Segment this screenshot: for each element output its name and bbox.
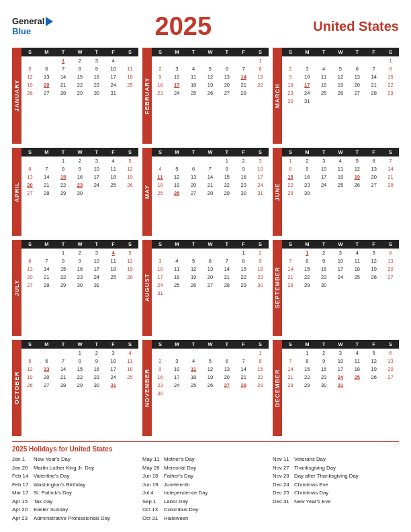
day-cell: 19 — [185, 273, 202, 281]
month-label-december: DECEMBER — [273, 340, 282, 436]
holiday-date: May 11 — [142, 455, 161, 463]
day-cell: 7 — [235, 357, 252, 365]
day-cell — [349, 281, 365, 289]
day-cell: 14 — [218, 265, 235, 273]
day-cell — [122, 381, 138, 389]
month-block-february: FEBRUARYSMTWTFS1234567891011121314151617… — [142, 48, 269, 144]
day-cell: 16 — [316, 365, 332, 373]
day-cell: 26 — [185, 281, 202, 289]
day-cell: 19 — [122, 173, 138, 181]
month-label-november: NOVEMBER — [142, 340, 152, 436]
day-cell — [21, 349, 38, 357]
day-cell: 12 — [169, 173, 185, 181]
day-cell: 7 — [55, 64, 72, 73]
day-cell: 9 — [72, 257, 89, 265]
day-cell: 18 — [122, 365, 138, 373]
day-cell — [169, 249, 185, 257]
day-cell: 17 — [169, 373, 185, 381]
day-cell: 25 — [349, 373, 365, 381]
day-cell: 20 — [38, 373, 55, 381]
day-cell: 6 — [185, 165, 202, 173]
day-cell — [122, 89, 138, 97]
day-cell: 23 — [316, 273, 332, 281]
day-cell: 30 — [72, 189, 89, 197]
day-cell — [152, 56, 169, 64]
holiday-name: Administrative Professionals Day — [34, 515, 110, 523]
day-header-s: S — [252, 48, 269, 56]
day-cell: 25 — [105, 273, 122, 281]
day-header-f: F — [235, 48, 252, 56]
day-cell: 12 — [332, 73, 349, 81]
day-cell: 26 — [365, 273, 382, 281]
day-cell: 4 — [105, 249, 122, 257]
day-cell: 25 — [169, 281, 185, 289]
holidays-section: 2025 Holidays for United States Jan 1New… — [12, 441, 399, 523]
day-cell: 17 — [169, 81, 185, 89]
day-header-w: W — [332, 148, 349, 157]
day-header-s: S — [282, 148, 299, 157]
day-cell: 5 — [169, 165, 185, 173]
day-cell: 4 — [349, 249, 365, 257]
month-block-july: JULYSMTWTFS12345678910111213141516171819… — [12, 240, 138, 336]
holiday-item: Feb 14Valentine's Day — [12, 472, 138, 480]
holiday-date: Nov 11 — [273, 455, 291, 463]
day-cell: 25 — [122, 373, 138, 381]
month-block-december: DECEMBERSMTWTFS1234567891011121314151617… — [273, 340, 399, 436]
day-header-s: S — [282, 240, 299, 249]
day-cell: 25 — [349, 273, 365, 281]
day-cell — [235, 349, 252, 357]
day-cell — [316, 189, 332, 197]
day-cell: 5 — [365, 349, 382, 357]
day-header-t: T — [55, 148, 72, 157]
day-cell — [21, 56, 38, 64]
holiday-name: Easter Sunday — [34, 506, 68, 514]
month-block-august: AUGUSTSMTWTFS123456789101112131415161718… — [142, 240, 269, 336]
day-cell: 3 — [88, 56, 105, 64]
holiday-item: Jan 1New Year's Day — [12, 455, 138, 463]
holiday-name: Tax Day — [34, 498, 52, 506]
day-cell: 7 — [55, 357, 72, 365]
day-cell: 29 — [55, 189, 72, 197]
holiday-name: Labor Day — [164, 498, 188, 506]
month-label-october: OCTOBER — [12, 340, 21, 436]
day-cell: 3 — [332, 349, 349, 357]
day-cell — [38, 56, 55, 64]
holiday-name: Halloween — [164, 515, 188, 523]
holiday-item: Apr 23Administrative Professionals Day — [12, 515, 138, 523]
day-cell: 1 — [55, 56, 72, 64]
day-cell: 12 — [365, 257, 382, 265]
holiday-name: Memorial Day — [164, 464, 196, 472]
day-cell: 30 — [299, 189, 316, 197]
day-cell: 1 — [55, 249, 72, 257]
day-header-t: T — [316, 240, 332, 249]
day-cell: 18 — [185, 81, 202, 89]
day-cell: 20 — [21, 273, 38, 281]
day-cell: 27 — [365, 181, 382, 189]
day-cell: 17 — [105, 365, 122, 373]
day-cell: 26 — [365, 373, 382, 381]
day-cell: 19 — [202, 81, 219, 89]
day-cell: 1 — [72, 349, 89, 357]
holiday-date: Jan 1 — [12, 455, 31, 463]
holiday-date: Mar 17 — [12, 489, 31, 497]
day-header-w: W — [72, 48, 89, 56]
day-cell — [88, 189, 105, 197]
day-cell — [169, 289, 185, 297]
day-header-t: T — [88, 148, 105, 157]
holiday-item: Jul 4Independence Day — [142, 489, 269, 497]
holiday-date: Dec 31 — [273, 498, 291, 506]
day-header-s: S — [152, 240, 169, 249]
day-cell — [382, 189, 399, 197]
holiday-item: Dec 31New Year's Eve — [273, 498, 399, 506]
day-header-s: S — [252, 148, 269, 157]
day-cell: 10 — [88, 165, 105, 173]
day-cell: 11 — [332, 165, 349, 173]
day-cell: 18 — [105, 265, 122, 273]
day-cell — [38, 249, 55, 257]
day-cell: 24 — [152, 281, 169, 289]
day-cell: 7 — [202, 165, 219, 173]
day-cell — [169, 56, 185, 64]
day-cell: 15 — [382, 73, 399, 81]
day-cell — [252, 89, 269, 97]
day-cell: 30 — [88, 381, 105, 389]
